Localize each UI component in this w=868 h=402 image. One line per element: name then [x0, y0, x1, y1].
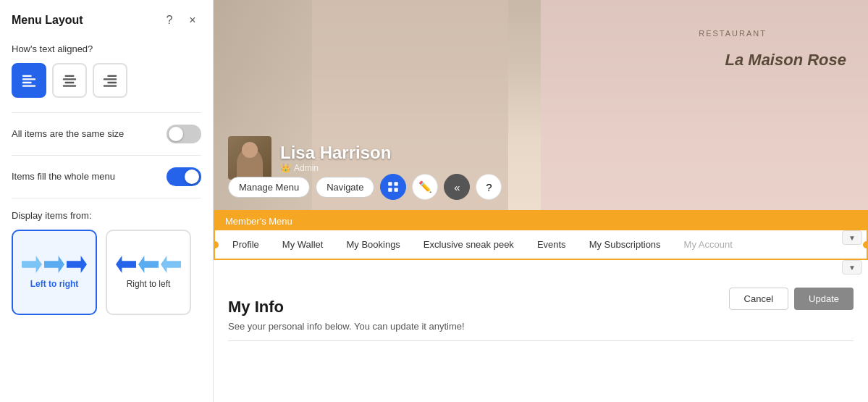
update-button[interactable]: Update [794, 288, 854, 310]
svg-rect-10 [107, 82, 117, 83]
nav-menu-container: Profile My Wallet My Bookings Exclusive … [214, 229, 868, 260]
nav-item-sneak-peek[interactable]: Exclusive sneak peek [412, 233, 526, 256]
svg-rect-11 [104, 85, 117, 86]
text-align-label: How's text aligned? [12, 43, 201, 54]
svg-rect-0 [22, 75, 32, 77]
panel-title: Menu Layout [12, 14, 83, 27]
svg-rect-6 [65, 82, 75, 83]
divider-3 [12, 198, 201, 198]
collapse-handle-bottom[interactable]: ▼ [842, 260, 862, 275]
edit-button[interactable]: ✏️ [412, 174, 438, 200]
main-content-area: RESTAURANT La Maison Rose Lisa Harrison … [214, 0, 868, 402]
align-buttons-group [12, 63, 201, 98]
all-items-same-size-toggle[interactable] [167, 125, 201, 143]
all-items-same-size-row: All items are the same size [12, 125, 201, 143]
direction-rtl-card[interactable]: Right to left [106, 230, 191, 315]
arrow-2 [44, 256, 64, 273]
action-buttons: Cancel Update [729, 288, 854, 310]
align-center-button[interactable] [52, 63, 87, 98]
help-question-button[interactable]: ? [476, 174, 502, 200]
collapse-arrow-up: ▼ [848, 234, 856, 242]
svg-rect-9 [104, 78, 117, 80]
align-left-button[interactable] [12, 63, 46, 98]
arrow-rtl-1 [116, 256, 136, 273]
panel-header-icons: ? × [161, 12, 201, 29]
arrow-1 [22, 256, 42, 273]
navigate-button[interactable]: Navigate [316, 177, 374, 198]
svg-rect-3 [22, 85, 35, 86]
ltr-label: Left to right [30, 279, 79, 289]
align-right-icon [102, 72, 118, 88]
panel-header: Menu Layout ? × [12, 12, 201, 29]
items-fill-menu-toggle[interactable] [167, 167, 201, 186]
maison-rose-label: La Maison Rose [725, 51, 846, 70]
nav-menu-bar: Profile My Wallet My Bookings Exclusive … [215, 230, 867, 259]
floating-toolbar: Manage Menu Navigate ✏️ « ? [228, 174, 502, 200]
user-role: Admin [294, 163, 319, 173]
arrow-3 [67, 256, 87, 273]
ltr-arrows [22, 256, 87, 273]
align-right-button[interactable] [93, 63, 127, 98]
my-info-desc: See your personal info below. You can up… [228, 321, 854, 332]
svg-rect-15 [395, 188, 398, 192]
arrow-rtl-2 [138, 256, 159, 273]
items-fill-menu-row: Items fill the whole menu [12, 167, 201, 186]
svg-rect-1 [22, 78, 35, 80]
svg-rect-7 [63, 85, 76, 86]
divider-1 [12, 112, 201, 113]
direction-ltr-card[interactable]: Left to right [12, 230, 97, 315]
svg-rect-12 [389, 182, 392, 185]
rtl-arrows [116, 256, 181, 273]
manage-menu-button[interactable]: Manage Menu [228, 177, 310, 198]
items-fill-menu-label: Items fill the whole menu [12, 170, 115, 183]
direction-cards-group: Left to right Right to left [12, 230, 201, 315]
my-info-divider [228, 340, 854, 341]
all-items-same-size-label: All items are the same size [12, 127, 124, 141]
close-icon[interactable]: × [184, 12, 201, 29]
drag-handle-right [863, 241, 868, 248]
rtl-label: Right to left [127, 279, 171, 289]
nav-item-bookings[interactable]: My Bookings [334, 233, 411, 256]
svg-rect-13 [395, 182, 398, 185]
menu-layout-panel: Menu Layout ? × How's text aligned? [0, 0, 214, 402]
svg-rect-8 [107, 75, 117, 77]
avatar [228, 136, 271, 180]
display-items-label: Display items from: [12, 210, 201, 221]
members-menu-label: Member's Menu [225, 216, 292, 227]
layout-grid-icon [387, 180, 400, 193]
align-center-icon [62, 72, 77, 88]
align-left-icon [21, 72, 37, 88]
menu-layout-active-button[interactable] [380, 174, 406, 200]
collapse-handle-top[interactable]: ▼ [842, 230, 862, 245]
restaurant-label: RESTAURANT [699, 29, 767, 38]
nav-item-subscriptions[interactable]: My Subscriptions [578, 233, 673, 256]
toggle-knob [169, 127, 183, 141]
nav-item-profile[interactable]: Profile [221, 233, 271, 256]
user-role-badge: 👑 Admin [280, 163, 391, 173]
svg-rect-2 [22, 82, 32, 83]
user-info: Lisa Harrison 👑 Admin [280, 143, 391, 173]
nav-item-wallet[interactable]: My Wallet [271, 233, 335, 256]
crown-icon: 👑 [280, 163, 291, 173]
nav-item-events[interactable]: Events [526, 233, 578, 256]
collapse-arrow-down: ▼ [848, 264, 856, 272]
svg-rect-4 [65, 75, 75, 77]
toggle-knob-on [185, 169, 199, 184]
svg-rect-5 [63, 78, 76, 80]
user-name: Lisa Harrison [280, 143, 391, 163]
divider-2 [12, 155, 201, 156]
help-icon[interactable]: ? [161, 12, 178, 29]
back-arrows-button[interactable]: « [444, 174, 470, 200]
nav-item-account[interactable]: My Account [673, 233, 744, 256]
arrow-rtl-3 [161, 256, 181, 273]
cancel-button[interactable]: Cancel [729, 288, 788, 310]
svg-rect-14 [389, 188, 392, 192]
